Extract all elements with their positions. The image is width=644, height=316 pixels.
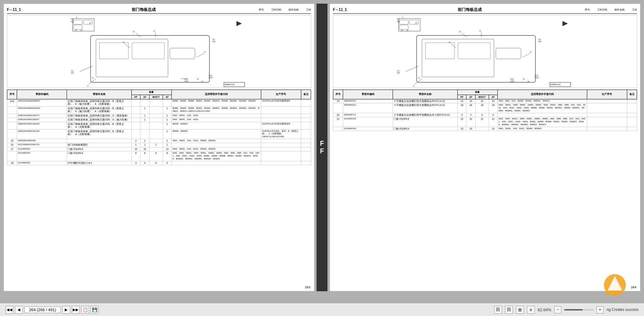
svg-line-27 — [125, 44, 130, 48]
cell-code: 9110000253 — [17, 147, 67, 151]
nav-next-button[interactable]: ▶ — [62, 306, 70, 314]
zoom-increase-button[interactable]: ＋ — [596, 306, 604, 313]
svg-text:3(L): 3(L) — [397, 18, 399, 20]
svg-text:1(L): 1(L) — [397, 70, 399, 72]
svg-text:13: 13 — [479, 30, 481, 32]
svg-rect-2 — [73, 25, 82, 29]
svg-rect-58 — [496, 48, 521, 59]
cell-woct — [149, 122, 163, 129]
svg-text:SPA56-F111: SPA56-F111 — [224, 84, 235, 86]
cell-name: 门板卡扣Φ9.9 — [67, 147, 132, 151]
cell-ht — [131, 99, 140, 107]
cell-note — [301, 114, 311, 118]
cell-at: 4 — [466, 113, 476, 117]
page-input[interactable] — [24, 307, 61, 313]
cell-seq — [7, 151, 17, 161]
svg-rect-16 — [132, 43, 164, 59]
cell-compat: 0W9、0W91、0A9、0A91、B0W9、B0W91 — [498, 127, 587, 131]
th-serial-r: 生产序号 — [587, 90, 627, 99]
svg-marker-51 — [562, 21, 568, 26]
svg-text:4(R): 4(R) — [71, 21, 74, 23]
op-name-header-r: 操作名称 — [615, 8, 625, 12]
svg-text:20: 20 — [202, 81, 203, 83]
th-qty-r: 数量 — [457, 90, 497, 95]
th-woct-r: WOCT — [475, 95, 489, 99]
nav-prev-button[interactable]: ◀ — [15, 306, 23, 314]
menu-icon-3[interactable]: ⊞ — [516, 306, 524, 314]
seq-header-r: 序号 — [585, 8, 590, 12]
page-divider: F F — [317, 4, 327, 291]
cell-name: 十字槽盘头自攻螺钉和大垫圈组合件ST4.2×13 — [393, 103, 458, 113]
svg-rect-17 — [170, 48, 195, 59]
svg-rect-42 — [399, 20, 408, 24]
zoom-slider[interactable] — [564, 309, 593, 311]
work-hour-header-r: 工时 — [632, 8, 637, 12]
menu-icon-1[interactable]: 目 — [494, 306, 502, 314]
cell-name: 门板卡扣Φ9.9 — [393, 127, 458, 131]
menu-icon-2[interactable]: 目 — [505, 306, 513, 314]
cell-at: 12 — [466, 117, 476, 127]
cell-seq — [7, 122, 17, 129]
cell-ht: 18 — [457, 103, 466, 113]
cell-name: 十字槽盘头自攻螺钉和大垫圈组合件ST4.2×13 — [393, 99, 458, 103]
svg-line-23 — [136, 33, 141, 37]
svg-text:9: 9 — [402, 17, 403, 19]
cell-woct: 1 — [149, 143, 163, 147]
cell-code: 9110000253 — [17, 151, 67, 161]
cell-at2: 2 — [163, 139, 172, 143]
page-right-code: F－11_1 — [333, 7, 355, 12]
th-note-r: 备注 — [627, 90, 637, 99]
svg-text:20: 20 — [75, 29, 77, 31]
table-row: 6206242ADE0101JS4 右前门饰板装饰条_适用内饰主题代码：B（星夜… — [7, 129, 311, 139]
cell-note — [301, 161, 311, 165]
cell-compat — [172, 161, 261, 165]
cell-seq — [7, 106, 17, 114]
nav-last-button[interactable]: ▶▶ — [72, 306, 80, 314]
cell-code: 6206242ADE0001M10 — [17, 106, 67, 114]
cell-at2: 10 — [489, 127, 498, 131]
cell-name: ST5.5螺钉钉组8.1×8.1 — [67, 161, 132, 165]
cell-woct — [475, 127, 489, 131]
cell-woct — [149, 99, 163, 107]
copy-button[interactable]: 📋 — [81, 306, 89, 314]
cell-name: 十字槽盘头自攻螺钉和平垫圈组合件-C型ST5.5×22 — [393, 113, 458, 117]
page-left-header: F－11_1 前门饰板总成 序号 工时代码 操作名称 工时 — [7, 7, 311, 14]
svg-text:-10: -10 — [89, 22, 91, 24]
cell-name: 门板卡扣Φ9.9 — [67, 151, 132, 161]
svg-text:18: 18 — [197, 78, 199, 80]
cell-at: 1 — [140, 106, 150, 114]
page-left-header-right: 序号 工时代码 操作名称 工时 — [259, 8, 311, 12]
cell-name — [67, 139, 132, 143]
cell-note — [627, 127, 637, 131]
zoom-decrease-button[interactable]: － — [554, 306, 561, 313]
cell-at2 — [163, 99, 172, 107]
cell-serial: 2020年11月9日前车辆用该件 — [261, 99, 301, 107]
cell-serial — [587, 117, 627, 127]
cell-ht — [131, 114, 140, 118]
menu-icon-4[interactable]: ≡ — [527, 306, 535, 314]
diagram-svg-right: 3(L) 4(R) 9 20 18 -10 5(L) 6(R) — [333, 16, 637, 88]
nav-first-button[interactable]: ◀◀ — [5, 306, 13, 314]
svg-text:2(R): 2(R) — [397, 72, 400, 74]
cell-code: 6206242ADE0100JS4 — [17, 122, 67, 129]
cell-woct — [149, 114, 163, 118]
cell-serial — [261, 106, 301, 114]
cell-at: 18 — [466, 103, 476, 113]
svg-text:-21: -21 — [122, 42, 125, 43]
svg-text:12(R): 12(R) — [535, 77, 539, 79]
time-code-header-r: 工时代码 — [597, 8, 607, 12]
cell-serial — [261, 114, 301, 118]
th-code-l: 零部件编码 — [17, 90, 67, 99]
svg-text:15: 15 — [92, 77, 94, 79]
cell-name: 右前门饰板装饰条_适用内饰主题代码：B（星夜之夜）、A（光辉璀璨） — [67, 122, 132, 129]
cell-code: 9110000154 — [343, 127, 393, 131]
svg-text:11(L): 11(L) — [209, 75, 213, 76]
svg-text:-21: -21 — [448, 42, 451, 43]
table-row: 16 8227003BAF0100YZ1 前门内饰板氛围灯 1 1 1 1 — [7, 143, 311, 147]
save-button[interactable]: 💾 — [91, 306, 99, 314]
cell-ht — [131, 106, 140, 114]
th-ht-l: HT — [131, 95, 140, 99]
cell-name: 右前门饰板装饰条_适用内饰主题代码：B（星夜之夜）、A（光辉璀璨） — [67, 129, 132, 139]
page-right-header: F－11_1 前门饰板总成 序号 工时代码 操作名称 工时 — [333, 7, 637, 14]
cell-serial — [261, 147, 301, 151]
